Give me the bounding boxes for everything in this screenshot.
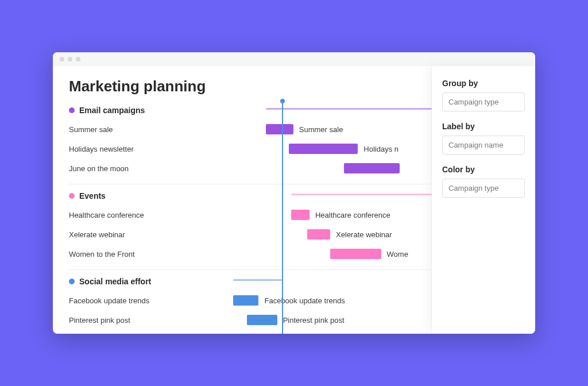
gantt-panel: Marketing planning Email campaignsSummer… [53, 66, 432, 334]
gantt-row: Healthcare conferenceHealthcare conferen… [69, 205, 432, 225]
page-title: Marketing planning [69, 78, 432, 95]
gantt-group: EventsHealthcare conferenceHealthcare co… [69, 191, 432, 270]
gantt-row: June on the moon [69, 159, 432, 178]
group-range-bar [291, 194, 432, 195]
color-by-field: Color by Campaign type [442, 165, 525, 198]
row-timeline: Wome [201, 244, 432, 264]
window-titlebar [53, 52, 535, 66]
group-header[interactable]: Email campaigns [69, 106, 432, 115]
gantt-bar-label: Wome [387, 250, 408, 258]
gantt-row: Xelerate webinarXelerate webinar [69, 225, 432, 244]
options-sidebar: Group by Campaign type Label by Campaign… [432, 66, 535, 334]
color-by-select[interactable]: Campaign type [442, 179, 525, 198]
gantt-bar-label: Xelerate webinar [336, 230, 392, 239]
gantt-group: Email campaignsSummer saleSummer saleHol… [69, 106, 432, 184]
gantt-bar[interactable]: Xelerate webinar [307, 229, 330, 240]
label-by-label: Label by [442, 122, 525, 131]
group-color-dot-icon [69, 107, 75, 113]
gantt-row: Women to the FrontWome [69, 244, 432, 264]
gantt-bar[interactable]: Wome [330, 249, 381, 259]
today-marker-line [282, 101, 283, 334]
gantt-row: Facebook update trendsFacebook update tr… [69, 291, 432, 310]
gantt-bar-label: Holidays n [363, 145, 399, 153]
group-name: Email campaigns [79, 106, 145, 115]
group-header[interactable]: Social media effort [69, 277, 432, 286]
group-header[interactable]: Events [69, 191, 432, 200]
row-label[interactable]: Pinterest pink post [69, 316, 201, 325]
row-label[interactable]: June on the moon [69, 164, 201, 173]
group-color-dot-icon [69, 279, 75, 284]
group-name: Events [79, 191, 106, 200]
row-timeline: Facebook update trends [201, 291, 432, 310]
row-label[interactable]: Summer sale [69, 125, 201, 134]
row-timeline: Xelerate webinar [201, 225, 432, 244]
gantt-bar[interactable]: Summer sale [266, 124, 293, 134]
row-timeline [201, 159, 432, 178]
group-name: Social media effort [79, 277, 151, 286]
gantt-groups: Email campaignsSummer saleSummer saleHol… [69, 106, 432, 334]
group-by-label: Group by [442, 79, 525, 88]
color-by-label: Color by [442, 165, 525, 174]
group-range-bar [233, 279, 281, 281]
row-label[interactable]: Facebook update trends [69, 296, 201, 305]
traffic-light-max-icon[interactable] [76, 57, 80, 61]
row-timeline: Pinterest pink post [201, 310, 432, 330]
gantt-bar-label: Pinterest pink post [283, 316, 345, 325]
gantt-row: Pinterest pink postPinterest pink post [69, 310, 432, 330]
label-by-select[interactable]: Campaign name [442, 136, 525, 155]
traffic-light-close-icon[interactable] [60, 57, 64, 61]
row-timeline: Holidays n [201, 139, 432, 159]
row-label[interactable]: Healthcare conference [69, 211, 201, 219]
group-color-dot-icon [69, 193, 75, 199]
app-window: Marketing planning Email campaignsSummer… [53, 52, 535, 334]
gantt-group: Social media effortFacebook update trend… [69, 277, 432, 334]
gantt-bar-label: Summer sale [299, 125, 343, 134]
content-area: Marketing planning Email campaignsSummer… [53, 66, 535, 334]
gantt-bar[interactable] [344, 163, 399, 173]
gantt-bar[interactable]: Facebook update trends [233, 295, 258, 306]
gantt-row: Holidays newsletterHolidays n [69, 139, 432, 159]
group-by-select[interactable]: Campaign type [442, 92, 525, 111]
group-by-field: Group by Campaign type [442, 79, 525, 111]
label-by-field: Label by Campaign name [442, 122, 525, 155]
gantt-bar[interactable]: Healthcare conference [291, 210, 310, 220]
row-timeline: Summer sale [201, 119, 432, 139]
row-label[interactable]: Women to the Front [69, 250, 201, 258]
gantt-bar[interactable]: Pinterest pink post [247, 315, 277, 325]
traffic-light-min-icon[interactable] [68, 57, 72, 61]
group-range-bar [266, 108, 432, 110]
gantt-bar[interactable]: Holidays n [289, 144, 358, 154]
gantt-bar-label: Healthcare conference [315, 211, 390, 219]
row-timeline: Healthcare conference [201, 205, 432, 225]
gantt-row: Summer saleSummer sale [69, 119, 432, 139]
row-label[interactable]: Holidays newsletter [69, 145, 201, 153]
row-label[interactable]: Xelerate webinar [69, 230, 201, 239]
gantt-bar-label: Facebook update trends [264, 296, 345, 305]
